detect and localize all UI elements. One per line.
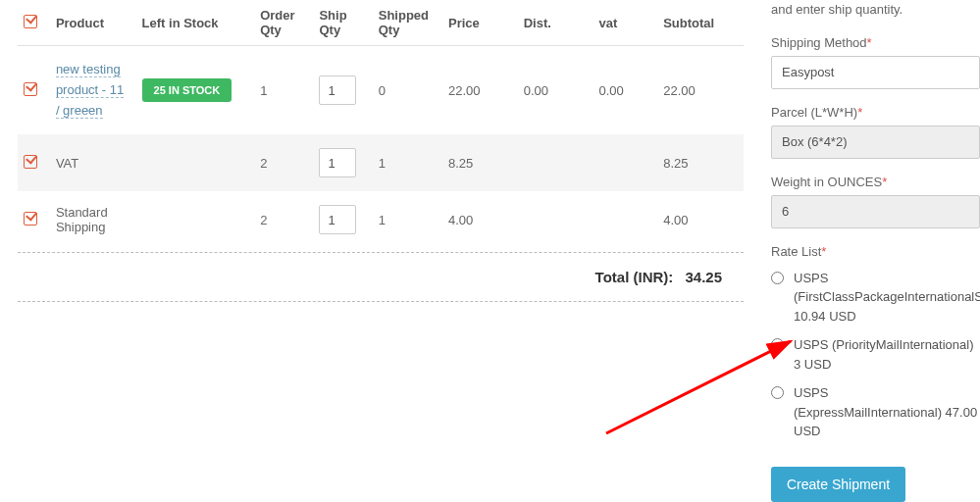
col-header-subtotal: Subtotal xyxy=(657,0,744,46)
side-panel: and enter ship quantity. Shipping Method… xyxy=(755,0,980,502)
row-checkbox[interactable] xyxy=(24,155,37,169)
rate-option[interactable]: USPS (ExpressMailInternational) 47.00 US… xyxy=(771,383,980,441)
stock-badge: 25 IN STOCK xyxy=(142,78,232,102)
col-header-shipped-qty: Shipped Qty xyxy=(373,0,442,46)
product-cell: Standard Shipping xyxy=(50,191,136,248)
subtotal-cell: 4.00 xyxy=(657,191,744,248)
product-link[interactable]: new testing product - 11 / greeen xyxy=(56,62,124,119)
shipped-qty-cell: 1 xyxy=(373,134,442,191)
shipping-method-input[interactable] xyxy=(771,56,980,89)
create-shipment-button[interactable]: Create Shipment xyxy=(771,467,905,502)
table-row: new testing product - 11 / greeen 25 IN … xyxy=(18,46,744,135)
ship-qty-input[interactable] xyxy=(319,205,356,234)
order-qty-cell: 2 xyxy=(254,134,313,191)
row-checkbox[interactable] xyxy=(24,82,37,96)
ship-qty-input[interactable] xyxy=(319,148,356,177)
rate-option[interactable]: USPS (FirstClassPackageInternationalServ… xyxy=(771,269,980,326)
col-header-dist: Dist. xyxy=(518,0,593,46)
col-header-product: Product xyxy=(50,0,136,46)
order-qty-cell: 2 xyxy=(254,191,313,248)
rate-option[interactable]: USPS (PriorityMailInternational) 3 USD xyxy=(771,335,980,374)
shipping-method-label: Shipping Method* xyxy=(771,35,980,50)
total-row: Total (INR): 34.25 xyxy=(18,253,744,295)
table-row: VAT 2 1 8.25 8.25 xyxy=(18,134,744,191)
ship-qty-input[interactable] xyxy=(319,75,356,105)
col-header-price: Price xyxy=(442,0,518,46)
rate-list: USPS (FirstClassPackageInternationalServ… xyxy=(771,269,980,441)
weight-input[interactable] xyxy=(771,195,980,228)
weight-label: Weight in OUNCES* xyxy=(771,175,980,189)
dist-cell: 0.00 xyxy=(518,46,593,135)
vat-cell: 0.00 xyxy=(593,46,657,135)
product-cell: VAT xyxy=(50,134,136,191)
col-header-left-in-stock: Left in Stock xyxy=(136,0,255,46)
parcel-input[interactable] xyxy=(771,126,980,159)
main-panel: Product Left in Stock Order Qty Ship Qty… xyxy=(0,0,755,502)
rate-option-label: USPS (ExpressMailInternational) 47.00 US… xyxy=(794,383,980,441)
items-table: Product Left in Stock Order Qty Ship Qty… xyxy=(18,0,744,248)
price-cell: 22.00 xyxy=(442,46,518,135)
price-cell: 4.00 xyxy=(442,191,518,248)
total-label: Total (INR): xyxy=(595,269,674,285)
rate-radio[interactable] xyxy=(771,386,784,399)
rate-option-label: USPS (FirstClassPackageInternationalServ… xyxy=(794,269,980,326)
order-qty-cell: 1 xyxy=(254,46,313,135)
table-row: Standard Shipping 2 1 4.00 4.00 xyxy=(18,191,744,248)
price-cell: 8.25 xyxy=(442,134,518,191)
shipped-qty-cell: 1 xyxy=(373,191,442,248)
subtotal-cell: 8.25 xyxy=(657,134,744,191)
total-value: 34.25 xyxy=(685,269,722,285)
rate-radio[interactable] xyxy=(771,338,784,351)
row-checkbox[interactable] xyxy=(24,212,37,226)
rate-option-label: USPS (PriorityMailInternational) 3 USD xyxy=(794,335,980,374)
subtotal-cell: 22.00 xyxy=(657,46,744,135)
parcel-label: Parcel (L*W*H)* xyxy=(771,105,980,120)
col-header-order-qty: Order Qty xyxy=(254,0,313,46)
select-all-checkbox[interactable] xyxy=(24,15,37,28)
shipped-qty-cell: 0 xyxy=(373,46,442,135)
rate-radio[interactable] xyxy=(771,272,784,284)
side-intro-text: and enter ship quantity. xyxy=(771,0,980,20)
col-header-vat: vat xyxy=(593,0,657,46)
rate-list-label: Rate List* xyxy=(771,244,980,259)
col-header-ship-qty: Ship Qty xyxy=(313,0,372,46)
